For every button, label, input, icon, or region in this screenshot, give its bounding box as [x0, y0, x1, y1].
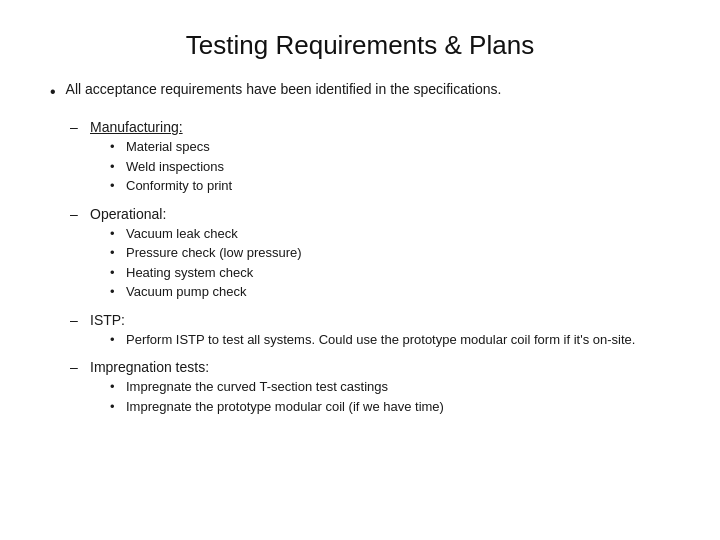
section-content-1: Operational:Vacuum leak checkPressure ch… — [90, 206, 670, 302]
dash-icon: – — [70, 312, 82, 328]
section-0: –Manufacturing:Material specsWeld inspec… — [70, 119, 670, 196]
dash-icon: – — [70, 359, 82, 375]
section-list-1: Vacuum leak checkPressure check (low pre… — [90, 224, 670, 302]
section-list-0: Material specsWeld inspectionsConformity… — [90, 137, 670, 196]
section-content-0: Manufacturing:Material specsWeld inspect… — [90, 119, 670, 196]
page-title: Testing Requirements & Plans — [50, 30, 670, 61]
section-label-3: Impregnation tests: — [90, 359, 670, 375]
section-label-2: ISTP: — [90, 312, 670, 328]
list-item-2-0: Perform ISTP to test all systems. Could … — [110, 330, 670, 350]
section-list-3: Impregnate the curved T-section test cas… — [90, 377, 670, 416]
dash-icon: – — [70, 206, 82, 222]
list-item-3-0: Impregnate the curved T-section test cas… — [110, 377, 670, 397]
list-item-1-3: Vacuum pump check — [110, 282, 670, 302]
list-item-0-1: Weld inspections — [110, 157, 670, 177]
list-item-3-1: Impregnate the prototype modular coil (i… — [110, 397, 670, 417]
section-content-3: Impregnation tests:Impregnate the curved… — [90, 359, 670, 416]
section-list-2: Perform ISTP to test all systems. Could … — [90, 330, 670, 350]
top-bullet-text: All acceptance requirements have been id… — [66, 81, 502, 97]
section-2: –ISTP:Perform ISTP to test all systems. … — [70, 312, 670, 350]
section-label-1: Operational: — [90, 206, 670, 222]
list-item-0-0: Material specs — [110, 137, 670, 157]
section-1: –Operational:Vacuum leak checkPressure c… — [70, 206, 670, 302]
content-area: –Manufacturing:Material specsWeld inspec… — [50, 119, 670, 416]
section-content-2: ISTP:Perform ISTP to test all systems. C… — [90, 312, 670, 350]
bullet-icon: • — [50, 81, 56, 103]
section-label-0: Manufacturing: — [90, 119, 670, 135]
list-item-0-2: Conformity to print — [110, 176, 670, 196]
page: Testing Requirements & Plans • All accep… — [0, 0, 720, 540]
list-item-1-2: Heating system check — [110, 263, 670, 283]
section-3: –Impregnation tests:Impregnate the curve… — [70, 359, 670, 416]
dash-icon: – — [70, 119, 82, 135]
top-bullet-item: • All acceptance requirements have been … — [50, 81, 670, 103]
list-item-1-1: Pressure check (low pressure) — [110, 243, 670, 263]
list-item-1-0: Vacuum leak check — [110, 224, 670, 244]
